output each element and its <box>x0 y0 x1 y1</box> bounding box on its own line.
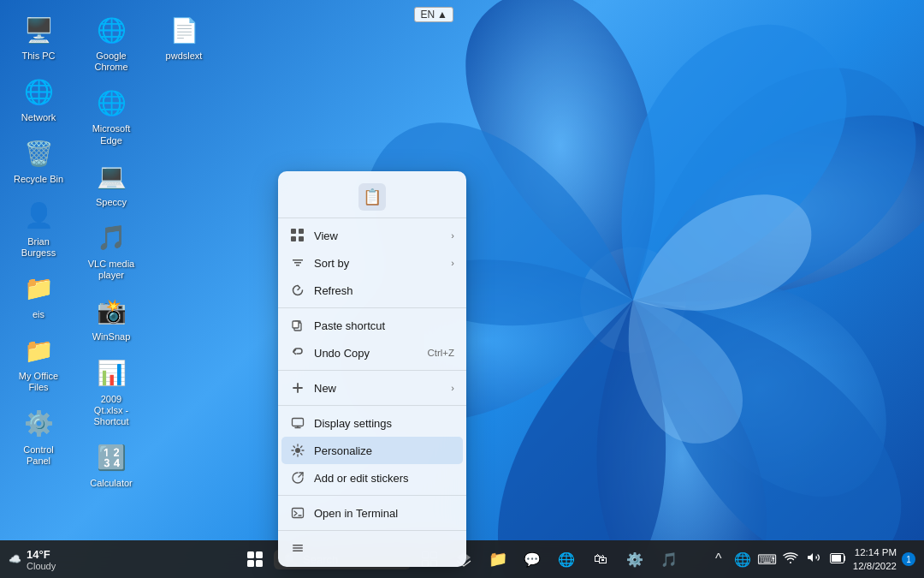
google-chrome-label: Google Chrome <box>86 51 137 73</box>
svg-rect-10 <box>293 545 303 546</box>
my-office-files-icon: 📁 <box>21 333 56 367</box>
tray-keyboard[interactable]: ⌨ <box>757 551 776 568</box>
desktop-icon-area: 🖥️ This PC 🌐 Network 🗑️ Recycle Bin 👤 Br… <box>9 9 222 498</box>
display-settings-icon <box>290 415 305 431</box>
svg-rect-9 <box>293 509 304 518</box>
refresh-label: Refresh <box>314 284 454 297</box>
menu-item-undo-copy[interactable]: Undo Copy Ctrl+Z <box>278 339 466 366</box>
desktop-icon-google-chrome[interactable]: 🌐 Google Chrome <box>81 9 141 77</box>
menu-item-display-settings[interactable]: Display settings <box>278 409 466 437</box>
svg-rect-3 <box>291 236 296 241</box>
notification-count: 1 <box>906 555 911 564</box>
desktop[interactable]: EN ▲ 🖥️ This PC 🌐 Network 🗑️ Recycle Bin <box>0 0 924 578</box>
icon-col-2: 📄 pwdslext <box>154 9 214 70</box>
clock[interactable]: 12:14 PM 12/8/2022 <box>853 545 897 573</box>
menu-item-add-edit-stickers[interactable]: Add or edit stickers <box>278 464 466 492</box>
vlc-icon: 🎵 <box>94 221 128 255</box>
tray-volume[interactable] <box>805 550 824 569</box>
desktop-icon-calculator[interactable]: 🔢 Calculator <box>81 436 141 493</box>
menu-item-paste-shortcut[interactable]: Paste shortcut <box>278 312 466 339</box>
network-icon: 🌐 <box>21 74 56 109</box>
svg-rect-1 <box>291 229 296 234</box>
undo-copy-label: Undo Copy <box>314 347 418 360</box>
desktop-icon-microsoft-edge[interactable]: 🌐 Microsoft Edge <box>81 81 141 150</box>
sort-by-icon <box>290 255 305 271</box>
refresh-icon <box>290 283 305 298</box>
svg-rect-14 <box>256 551 263 558</box>
svg-rect-15 <box>247 560 254 567</box>
weather-widget[interactable]: ☁️ 14°F Cloudy <box>9 548 56 571</box>
desktop-icon-pwdslext[interactable]: 📄 pwdslext <box>154 9 214 66</box>
calculator-label: Calculator <box>90 478 133 489</box>
menu-item-show-more-options[interactable] <box>278 534 466 562</box>
xlsx-shortcut-label: 2009 Qt.xlsx - Shortcut <box>86 394 137 428</box>
svg-rect-12 <box>293 551 303 552</box>
personalize-icon <box>290 443 305 458</box>
svg-rect-4 <box>299 236 304 241</box>
menu-item-refresh[interactable]: Refresh <box>278 277 466 304</box>
tray-battery[interactable] <box>829 551 848 567</box>
menu-item-open-terminal[interactable]: Open in Terminal <box>278 499 466 527</box>
tray-globe[interactable]: 🌐 <box>733 551 752 568</box>
desktop-icon-vlc[interactable]: 🎵 VLC media player <box>81 217 141 285</box>
this-pc-label: This PC <box>21 51 55 62</box>
store-button[interactable]: 🛍 <box>585 544 616 575</box>
desktop-icon-control-panel[interactable]: ⚙️ Control Panel <box>9 402 68 471</box>
settings-button[interactable]: ⚙️ <box>619 544 650 575</box>
microsoft-edge-label: Microsoft Edge <box>86 123 137 146</box>
file-explorer-button[interactable]: 📁 <box>483 544 513 575</box>
desktop-icon-xlsx-shortcut[interactable]: 📊 2009 Qt.xlsx - Shortcut <box>81 352 141 432</box>
separator-4 <box>278 495 466 496</box>
store-icon: 🛍 <box>594 551 607 567</box>
desktop-icon-speccy[interactable]: 💻 Speccy <box>81 155 141 212</box>
teams-button[interactable]: 💬 <box>517 544 548 575</box>
svg-rect-11 <box>293 547 303 549</box>
edge-button[interactable]: 🌐 <box>551 544 582 575</box>
menu-item-view[interactable]: View › <box>278 222 466 249</box>
start-button[interactable] <box>240 544 270 575</box>
microsoft-edge-icon: 🌐 <box>94 86 128 120</box>
menu-item-sort-by[interactable]: Sort by › <box>278 249 466 277</box>
tray-chevron[interactable]: ^ <box>709 551 728 567</box>
language-arrow: ▲ <box>437 9 447 21</box>
desktop-icon-my-office-files[interactable]: 📁 My Office Files <box>9 329 68 397</box>
desktop-icon-network[interactable]: 🌐 Network <box>9 70 68 128</box>
context-menu-clipboard-icon: 📋 <box>358 183 386 211</box>
desktop-icon-recycle-bin[interactable]: 🗑️ Recycle Bin <box>9 132 68 189</box>
desktop-icon-brian-burgess[interactable]: 👤 Brian Burgess <box>9 194 68 263</box>
tray-wifi[interactable] <box>781 550 800 569</box>
undo-copy-icon <box>290 345 305 361</box>
notification-badge[interactable]: 1 <box>902 552 915 566</box>
add-edit-stickers-label: Add or edit stickers <box>314 472 454 485</box>
svg-rect-16 <box>256 560 263 567</box>
menu-item-personalize[interactable]: Personalize <box>281 437 463 464</box>
vlc-label: VLC media player <box>86 259 137 281</box>
icon-columns: 🖥️ This PC 🌐 Network 🗑️ Recycle Bin 👤 Br… <box>9 9 222 498</box>
paste-shortcut-label: Paste shortcut <box>314 319 454 332</box>
winsnap-label: WinSnap <box>92 331 131 343</box>
desktop-icon-winsnap[interactable]: 📸 WinSnap <box>81 289 141 347</box>
separator-5 <box>278 530 466 531</box>
speccy-label: Speccy <box>96 197 127 208</box>
settings-icon: ⚙️ <box>626 551 643 568</box>
weather-condition: Cloudy <box>27 561 56 571</box>
desktop-icon-this-pc[interactable]: 🖥️ This PC <box>9 9 68 66</box>
language-indicator[interactable]: EN ▲ <box>414 7 453 22</box>
clock-date: 12/8/2022 <box>853 559 897 573</box>
new-icon <box>290 380 305 396</box>
pwdslext-label: pwdslext <box>166 51 203 62</box>
my-office-files-label: My Office Files <box>13 371 64 393</box>
display-settings-label: Display settings <box>314 417 454 430</box>
system-tray: ^ 🌐 ⌨ 12:14 PM 12/8/2022 1 <box>709 545 915 573</box>
separator-1 <box>278 307 466 308</box>
menu-item-new[interactable]: New › <box>278 374 466 402</box>
paste-shortcut-icon <box>290 318 305 333</box>
svg-rect-6 <box>293 321 299 328</box>
spotify-button[interactable]: 🎵 <box>654 544 684 575</box>
desktop-icon-eis[interactable]: 📁 eis <box>9 267 68 325</box>
sort-by-arrow: › <box>451 258 454 268</box>
brian-burgess-label: Brian Burgess <box>13 236 64 259</box>
teams-icon: 💬 <box>524 551 541 568</box>
calculator-icon: 🔢 <box>94 440 128 474</box>
recycle-bin-icon: 🗑️ <box>21 136 56 170</box>
